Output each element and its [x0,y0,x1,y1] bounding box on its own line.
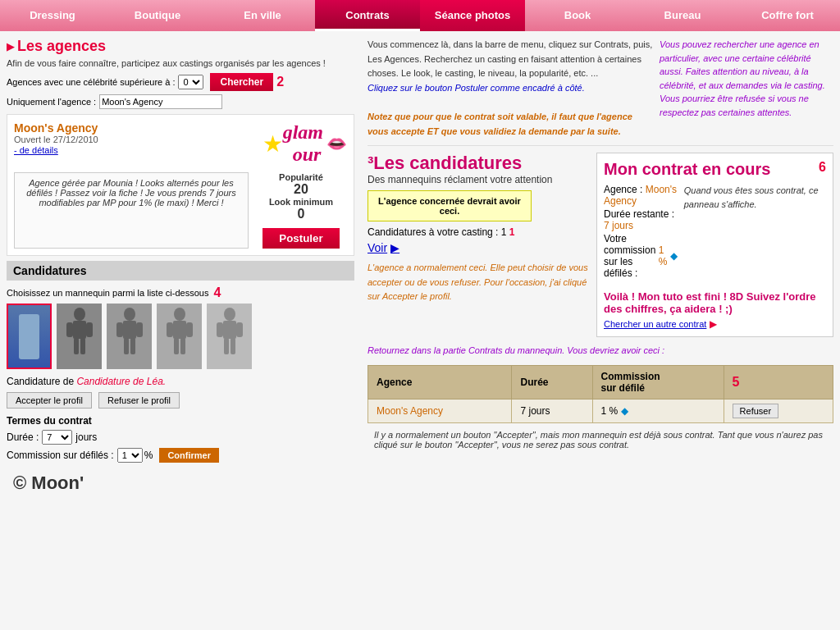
svg-rect-5 [80,338,85,354]
commission-label: Commission sur défilés : [7,450,114,461]
svg-rect-1 [73,321,86,339]
refuse-profile-button[interactable]: Refuser le profil [98,392,180,409]
svg-rect-13 [173,321,186,339]
svg-rect-15 [186,322,193,337]
termes-title: Termes du contrat [7,415,354,427]
footer-brand: © Moon' [7,466,354,500]
mannequin-thumb-5[interactable] [207,304,252,369]
lips-icon: 👄 [326,134,347,153]
agency-name-input[interactable] [99,94,222,109]
agency-description: Agence gérée par Mounia ! Looks alternés… [14,172,249,249]
look-min-label: Look minimum [255,197,347,207]
filter1-label: Agences avec une célébrité supérieure à … [7,77,175,87]
duree-label: Durée : [7,431,39,443]
candidatures-mid-text: L'agence a normalement ceci. Elle peut c… [368,261,590,304]
postuler-button[interactable]: Postuler [262,228,339,249]
table-commission-cell: 1 % ◆ [592,399,724,422]
celebrity-filter-select[interactable]: 0 1 2 [178,75,203,89]
svg-rect-17 [180,338,185,354]
contract-duree: Durée restante : 7 jours [604,208,678,231]
step-badge-2: 2 [276,75,284,89]
candidatures-count: Candidatures à votre casting : 1 1 [368,226,590,238]
svg-rect-19 [223,321,236,339]
table-row: Moon's Agency 7 jours 1 % ◆ Refuser [368,399,833,422]
nav-bureau[interactable]: Bureau [630,0,735,31]
svg-point-18 [224,308,235,321]
table-agence-cell: Moon's Agency [368,399,512,422]
table-header-commission: Commissionsur défilé [592,365,724,399]
popularite-value: 20 [255,182,347,197]
commission-select[interactable]: 10235 [117,448,143,463]
confirmer-button[interactable]: Confirmer [159,448,219,463]
svg-rect-9 [136,322,143,337]
top-right-info: Vous commencez là, dans la barre de menu… [368,38,653,139]
svg-rect-22 [224,338,229,354]
voir-arrow-icon: ▶ [390,241,399,254]
star-icon: ★ [262,130,283,158]
contract-title: Mon contrat en cours [604,160,770,179]
duree-unit: jours [75,431,97,443]
attention-box: L'agence concernée devrait avoir ceci. [368,190,532,221]
candidatures-section-label: Candidatures [7,261,354,281]
mannequin-thumb-3[interactable] [107,304,152,369]
step-badge-5: 5 [724,365,833,399]
mannequin-thumb-4[interactable] [157,304,202,369]
nav-book[interactable]: Book [525,0,630,31]
svg-point-12 [174,308,185,321]
voir-link[interactable]: Voir ▶ [368,241,590,254]
nav-en-ville[interactable]: En ville [210,0,315,31]
contract-commission: Votre commission sur les défilés : 1 % ◆ [604,233,678,279]
contract-side-note: Quand vous êtes sous contrat, ce panneau… [684,184,826,284]
candidatures-desc: Des mannequins réclament votre attention [368,174,590,185]
glamour-logo: glamour [283,121,323,166]
chercher-autre-contrat-link[interactable]: Chercher un autre contrat [604,319,706,329]
svg-rect-10 [124,338,129,354]
table-duree-cell: 7 jours [512,399,592,422]
agencies-subtitle: Afin de vous faire connaître, participez… [7,58,354,68]
svg-rect-16 [174,338,179,354]
look-min-value: 0 [255,207,347,221]
mannequin-thumb-1[interactable] [7,304,52,369]
svg-rect-11 [130,338,135,354]
svg-rect-23 [231,338,235,354]
nav-coffre-fort[interactable]: Coffre fort [735,0,840,31]
agency-date: Ouvert le 27/12/2010 [14,135,98,144]
candidature-de-text: Candidature de Candidature de Léa. [7,376,354,387]
agency-name: Moon's Agency [14,121,98,135]
agency-details-link[interactable]: - de détails [14,145,58,155]
svg-rect-8 [116,322,123,337]
contract-return-section: Retournez dans la partie Contrats du man… [368,337,833,423]
table-header-duree: Durée [512,365,592,399]
table-action-cell: Refuser [724,399,833,422]
chercher-button[interactable]: Chercher [210,73,273,91]
agencies-title: Les agences [7,38,354,55]
nav-seance-photos[interactable]: Séance photos [420,0,525,31]
popularite-label: Popularité [255,172,347,182]
svg-rect-4 [74,338,79,354]
svg-point-6 [124,308,135,321]
info-text-3: Notez que pour que le contrat soit valab… [368,110,653,139]
svg-rect-14 [167,322,173,337]
svg-rect-7 [123,321,136,339]
refuser-table-button[interactable]: Refuser [733,404,779,418]
svg-rect-21 [236,322,243,337]
les-candidatures-title: ³Les candidatures [368,153,522,174]
nav-contrats[interactable]: Contrats [315,0,420,31]
info-text-1: Vous commencez là, dans la barre de menu… [368,38,653,81]
info-text-2: Cliquez sur le bouton Postuler comme enc… [368,81,653,96]
diamond-icon: ◆ [670,250,678,262]
table-diamond-icon: ◆ [621,405,628,417]
top-navigation: Dressing Boutique En ville Contrats Séan… [0,0,840,31]
contract-agence: Agence : Moon's Agency [604,184,678,207]
mannequin-list [7,304,354,369]
svg-rect-20 [217,322,223,337]
nav-dressing[interactable]: Dressing [0,0,105,31]
step-badge-6: 6 [819,160,826,175]
nav-boutique[interactable]: Boutique [105,0,210,31]
mannequin-thumb-2[interactable] [57,304,102,369]
svg-rect-3 [86,322,93,337]
accept-profile-button[interactable]: Accepter le profil [7,392,92,409]
duree-select[interactable]: 712351014 [42,430,72,445]
svg-rect-2 [66,322,73,337]
mannequin-name: Candidature de Léa. [76,376,166,387]
